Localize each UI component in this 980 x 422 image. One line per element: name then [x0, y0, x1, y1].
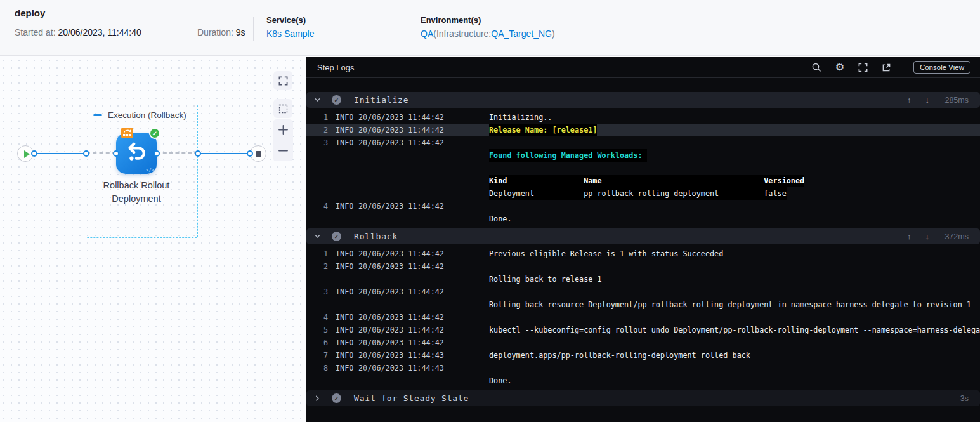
log-timestamp — [358, 175, 489, 187]
log-line-number: 1 — [314, 247, 328, 260]
log-timestamp: 20/06/2023 11:44:42 — [358, 136, 489, 149]
log-row[interactable]: Done. — [306, 374, 980, 387]
infrastructure-link[interactable]: QA_Target_NG — [491, 29, 552, 39]
log-level: INFO — [336, 349, 358, 362]
port-dot — [31, 150, 37, 157]
log-level: INFO — [336, 286, 358, 298]
log-message: Rolling back resource Deployment/pp-roll… — [489, 298, 971, 311]
log-level — [336, 213, 358, 225]
console-view-button[interactable]: Console View — [913, 61, 970, 74]
step-logs-panel: Step Logs ⚙ Console View ✓Initialize↑↓28… — [306, 57, 980, 422]
log-level — [336, 149, 358, 162]
log-timestamp — [358, 213, 489, 225]
log-line-number — [314, 273, 328, 286]
log-section-header[interactable]: ✓Wait for Steady State3s — [306, 390, 980, 406]
log-level: INFO — [336, 136, 358, 149]
log-row[interactable]: 3INFO20/06/2023 11:44:42 — [306, 286, 980, 298]
zoom-in-button[interactable] — [273, 121, 293, 140]
marquee-select-icon — [278, 104, 288, 114]
log-message: Kind Name Versioned — [489, 175, 804, 187]
log-level: INFO — [336, 311, 358, 324]
log-level — [336, 162, 358, 175]
log-sections: ✓Initialize↑↓285ms1INFO20/06/2023 11:44:… — [306, 78, 980, 406]
service-link[interactable]: K8s Sample — [266, 29, 314, 39]
rollback-step-node[interactable]: ✓ </> — [116, 133, 157, 174]
environment-link[interactable]: QA — [421, 29, 433, 39]
log-row[interactable]: 1INFO20/06/2023 11:44:42Previous eligibl… — [306, 247, 980, 260]
log-line-number — [314, 187, 328, 200]
section-success-icon: ✓ — [332, 95, 341, 105]
pipeline-graph-canvas[interactable]: Execution (Rollback) ✓ </> Rollback Roll — [0, 56, 306, 422]
port-dot — [113, 150, 119, 157]
port-dot — [154, 150, 160, 157]
header-divider — [253, 17, 254, 41]
log-message: Rolling back to release 1 — [489, 273, 602, 286]
code-glyph: </> — [146, 168, 154, 173]
log-level — [336, 298, 358, 311]
services-label: Service(s) — [266, 15, 314, 25]
scroll-to-bottom-icon[interactable]: ↓ — [925, 232, 930, 241]
log-timestamp: 20/06/2023 11:44:42 — [358, 200, 489, 213]
log-row[interactable]: Rolling back to release 1 — [306, 273, 980, 286]
duration-value: 9s — [236, 27, 245, 37]
log-row[interactable]: 5INFO20/06/2023 11:44:42kubectl --kubeco… — [306, 324, 980, 336]
log-level: INFO — [336, 247, 358, 260]
log-line-number — [314, 213, 328, 225]
scroll-to-top-icon[interactable]: ↑ — [907, 95, 911, 105]
canvas-select-button[interactable] — [273, 99, 292, 118]
log-message: Release Name: [release1] — [489, 124, 597, 136]
log-level: INFO — [336, 336, 358, 349]
started-at: Started at: 20/06/2023, 11:44:40 — [15, 27, 141, 37]
log-row[interactable]: 1INFO20/06/2023 11:44:42Initializing.. — [306, 111, 980, 124]
log-message: Previous eligible Release is 1 with stat… — [489, 247, 723, 260]
log-section-header[interactable]: ✓Initialize↑↓285ms — [306, 92, 980, 108]
gear-icon[interactable]: ⚙ — [834, 62, 846, 73]
log-row[interactable]: 4INFO20/06/2023 11:44:42 — [306, 200, 980, 213]
log-row[interactable]: 8INFO20/06/2023 11:44:43 — [306, 362, 980, 374]
log-line-number: 3 — [314, 286, 328, 298]
canvas-fullscreen-button[interactable] — [273, 71, 292, 90]
log-row[interactable]: 3INFO20/06/2023 11:44:42 — [306, 136, 980, 149]
log-timestamp: 20/06/2023 11:44:42 — [358, 260, 489, 273]
log-line-number: 8 — [314, 362, 328, 374]
log-row[interactable]: 7INFO20/06/2023 11:44:43deployment.apps/… — [306, 349, 980, 362]
log-panel-title: Step Logs — [317, 63, 355, 72]
log-message: Done. — [489, 374, 512, 387]
log-row[interactable]: Rolling back resource Deployment/pp-roll… — [306, 298, 980, 311]
canvas-zoom-controls — [273, 119, 293, 161]
log-line-number: 2 — [314, 260, 328, 273]
log-timestamp — [358, 273, 489, 286]
zoom-out-button[interactable] — [273, 142, 293, 161]
log-row[interactable] — [306, 162, 980, 175]
scroll-to-top-icon[interactable]: ↑ — [907, 232, 911, 241]
search-icon[interactable] — [811, 62, 822, 73]
chevron-right-icon[interactable] — [314, 395, 322, 402]
scroll-to-bottom-icon[interactable]: ↓ — [925, 95, 930, 105]
log-row[interactable]: Found following Managed Workloads: — [306, 149, 980, 162]
log-fullscreen-icon[interactable] — [858, 62, 869, 73]
chevron-down-icon[interactable] — [314, 96, 322, 103]
log-level — [336, 187, 358, 200]
log-row[interactable]: Kind Name Versioned — [306, 175, 980, 187]
log-line-number — [314, 175, 328, 187]
chevron-down-icon[interactable] — [314, 233, 322, 240]
log-row[interactable]: Done. — [306, 213, 980, 225]
log-row[interactable]: 4INFO20/06/2023 11:44:42 — [306, 311, 980, 324]
log-line-number — [314, 149, 328, 162]
step-success-icon: ✓ — [149, 128, 160, 139]
collapse-group-icon[interactable] — [93, 114, 102, 116]
open-external-icon[interactable] — [881, 62, 892, 73]
log-row[interactable]: Deployment pp-rollback-rolling-deploymen… — [306, 187, 980, 200]
section-duration: 372ms — [941, 232, 969, 241]
started-at-label: Started at: — [15, 27, 56, 37]
section-success-icon: ✓ — [332, 393, 341, 403]
log-message: Done. — [489, 213, 512, 225]
log-row[interactable]: 2INFO20/06/2023 11:44:42Release Name: [r… — [306, 124, 980, 136]
log-timestamp: 20/06/2023 11:44:42 — [358, 336, 489, 349]
log-row[interactable]: 2INFO20/06/2023 11:44:42 — [306, 260, 980, 273]
log-section-title: Initialize — [354, 95, 893, 105]
log-timestamp: 20/06/2023 11:44:43 — [358, 362, 489, 374]
pipeline-execution-page: deploy Started at: 20/06/2023, 11:44:40 … — [0, 0, 980, 422]
log-row[interactable]: 6INFO20/06/2023 11:44:42 — [306, 336, 980, 349]
log-section-header[interactable]: ✓Rollback↑↓372ms — [306, 228, 980, 244]
